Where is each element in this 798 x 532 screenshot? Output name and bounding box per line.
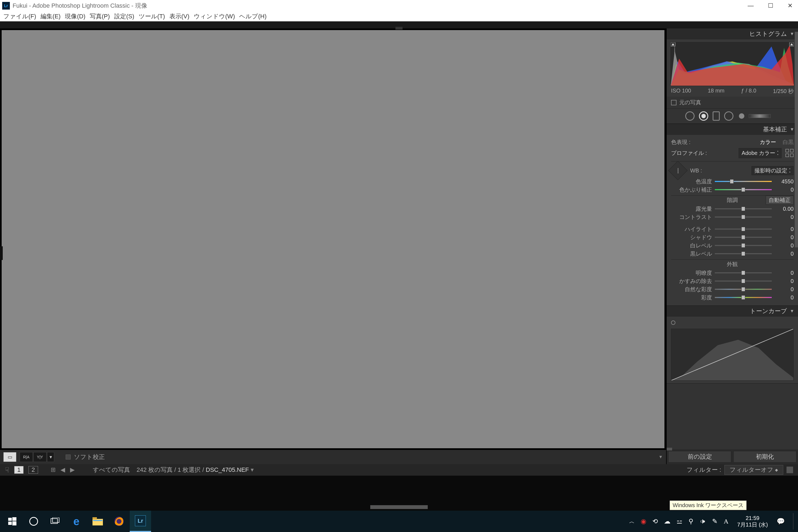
minimize-button[interactable]: — [748,2,754,9]
filter-dropdown[interactable]: フィルターオフ◆ [724,465,783,475]
tint-value[interactable]: 0 [775,187,794,193]
profile-dropdown[interactable]: Adobe カラー ⁚ [739,148,782,158]
tonecurve-header[interactable]: トーンカーブ▼ [667,306,798,317]
saturation-slider[interactable] [715,296,772,299]
redeye-tool[interactable] [699,111,708,121]
svg-rect-20 [93,520,102,521]
exposure-slider[interactable] [715,207,772,210]
menu-help[interactable]: ヘルプ(H) [237,12,269,20]
toolbar-overflow[interactable]: ▼ [659,455,663,459]
adjustment-amount[interactable] [749,114,771,118]
histogram-header[interactable]: ヒストグラム▼ [667,28,798,39]
highlights-slider[interactable] [715,228,772,230]
panel-scrollbar[interactable] [795,32,798,247]
before-after-tb-button[interactable]: Y|Y [33,452,46,462]
wifi-icon[interactable]: ⚲ [688,517,694,525]
clarity-slider[interactable] [715,271,772,274]
menu-tools[interactable]: ツール(T) [136,12,167,20]
menu-edit[interactable]: 編集(E) [38,12,63,20]
treatment-bw[interactable]: 白黒 [783,138,794,146]
action-center-icon[interactable]: 💬 [777,517,785,525]
antivirus-icon[interactable]: ◉ [641,517,646,525]
exposure-value[interactable]: 0.00 [775,206,794,212]
treatment-color[interactable]: カラー [760,138,776,146]
histogram[interactable] [670,42,794,86]
contrast-value[interactable]: 0 [775,214,794,220]
close-button[interactable]: ✕ [787,2,793,9]
maximize-button[interactable]: ☐ [768,2,773,9]
blacks-value[interactable]: 0 [775,251,794,257]
tonecurve-graph[interactable] [671,329,794,381]
sync-icon[interactable]: ⟲ [652,517,658,525]
previous-settings-button[interactable]: 前の設定 [668,451,731,462]
clock[interactable]: 21:59 7月11日 (水) [735,515,771,528]
explorer-button[interactable] [87,511,108,532]
spot-tool[interactable] [685,111,695,121]
clarity-value[interactable]: 0 [775,270,794,276]
auto-tone-button[interactable]: 自動補正 [766,196,794,205]
tray-overflow-icon[interactable]: ︿ [629,518,634,525]
dehaze-slider[interactable] [715,280,772,282]
contrast-slider[interactable] [715,216,772,218]
nav-back-icon[interactable]: ◀ [60,466,65,473]
crop-tool[interactable] [670,111,681,121]
contrast-label: コントラスト [671,213,712,221]
filename-label[interactable]: DSC_4705.NEF [206,466,249,473]
wb-dropdown[interactable]: 撮影時の設定 ⁚ [752,166,794,175]
temp-value[interactable]: 4550 [775,178,794,185]
ink-workspace-icon[interactable]: ✎ [712,517,718,525]
radial-tool[interactable] [724,111,734,121]
start-button[interactable] [2,511,23,532]
before-after-lr-button[interactable]: R|A [20,452,33,462]
secondary-display-icon[interactable]: ☟ [5,466,9,474]
menu-settings[interactable]: 設定(S) [112,12,136,20]
profile-browser-button[interactable] [785,149,794,157]
onedrive-icon[interactable]: ☁ [664,517,670,525]
tint-slider[interactable] [715,188,772,191]
before-after-menu[interactable]: ▾ [47,452,54,462]
grid-icon[interactable]: ⊞ [51,466,56,473]
filter-lock[interactable] [786,467,793,473]
top-panel-collapsed[interactable] [0,21,798,28]
edge-button[interactable]: e [66,511,87,532]
nav-forward-icon[interactable]: ▶ [70,466,75,473]
highlights-value[interactable]: 0 [775,226,794,232]
menu-window[interactable]: ウィンドウ(W) [192,12,237,20]
firefox-button[interactable] [108,511,130,532]
dehaze-value[interactable]: 0 [775,278,794,284]
original-checkbox[interactable] [671,100,677,106]
source-label[interactable]: すべての写真 [93,466,130,473]
menu-view[interactable]: 表示(V) [167,12,192,20]
show-desktop-button[interactable] [793,513,795,530]
filmstrip-scrollbar[interactable] [370,505,428,509]
left-panel-toggle[interactable] [0,246,3,260]
soft-proof-checkbox[interactable] [66,455,71,459]
graduated-tool[interactable] [712,111,720,121]
shadows-slider[interactable] [715,236,772,239]
second-window-button[interactable]: 2 [28,466,38,474]
cortana-button[interactable] [23,511,44,532]
shadows-value[interactable]: 0 [775,234,794,241]
menu-develop[interactable]: 現像(D) [63,12,88,20]
ime-icon[interactable]: A [724,518,728,525]
temp-slider[interactable] [715,180,772,183]
saturation-value[interactable]: 0 [775,294,794,301]
menu-photo[interactable]: 写真(P) [88,12,112,20]
image-canvas[interactable] [2,30,664,448]
reset-button[interactable]: 初期化 [734,451,796,462]
whites-value[interactable]: 0 [775,243,794,249]
brush-tool[interactable] [739,113,744,119]
volume-icon[interactable]: 🕩 [700,517,706,525]
network-icon[interactable]: ⚍ [677,517,683,525]
vibrance-slider[interactable] [715,288,772,291]
task-view-button[interactable] [44,511,66,532]
main-window-button[interactable]: 1 [14,466,23,474]
whites-slider[interactable] [715,244,772,247]
tonecurve-target[interactable] [671,321,676,325]
lightroom-button[interactable]: Lr [130,511,151,532]
loupe-view-button[interactable]: ▭ [3,452,16,462]
blacks-slider[interactable] [715,252,772,255]
basic-header[interactable]: 基本補正▼ [667,124,798,135]
menu-file[interactable]: ファイル(F) [1,12,38,20]
vibrance-value[interactable]: 0 [775,286,794,292]
